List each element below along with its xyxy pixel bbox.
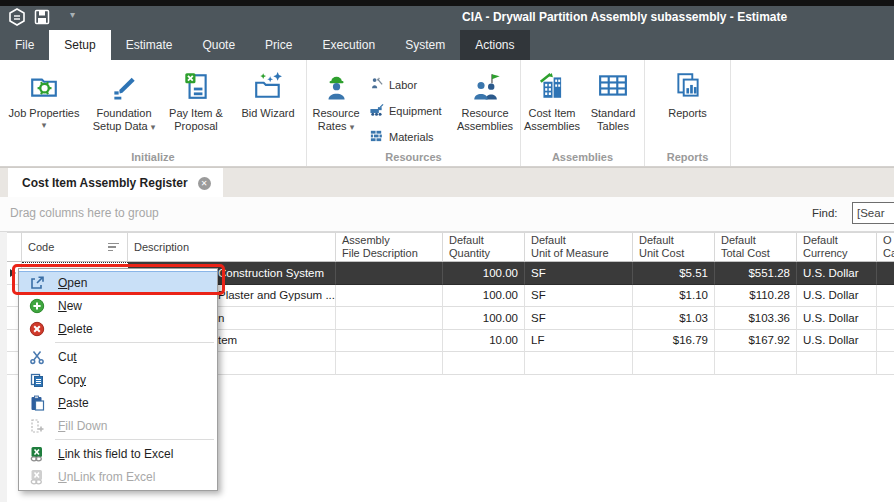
find-label: Find: <box>812 207 838 219</box>
tab-execution[interactable]: Execution <box>307 30 390 60</box>
cell-default-unit-of-measure[interactable]: SF <box>525 307 633 330</box>
equipment-label: Equipment <box>389 105 442 117</box>
column-header-default-unit-cost[interactable]: DefaultUnit Cost <box>633 232 715 262</box>
cell-default-unit-cost[interactable] <box>633 352 715 375</box>
quick-access-dropdown-icon[interactable]: ▾ <box>70 9 75 20</box>
column-header-code[interactable]: Code <box>22 232 128 262</box>
menu-item-label: Fill Down <box>58 419 107 433</box>
tab-actions[interactable]: Actions <box>460 30 529 60</box>
ribbon-group-initialize: Job Properties ▾ Foundation Setup Data ▾ <box>0 60 307 166</box>
menu-separator <box>55 439 214 440</box>
cell-default-quantity[interactable]: 100.00 <box>443 307 525 330</box>
foundation-setup-data-button[interactable]: Foundation Setup Data ▾ <box>88 66 160 133</box>
report-chart-icon <box>673 68 703 104</box>
menu-item-new[interactable]: New <box>19 294 217 317</box>
cell-partial[interactable] <box>877 307 894 330</box>
cell-partial[interactable] <box>877 285 894 308</box>
equipment-button[interactable]: Equipment <box>365 98 451 124</box>
resource-rates-button[interactable]: Resource Rates ▾ <box>307 66 365 133</box>
column-header-partial[interactable]: OCa <box>877 232 894 262</box>
equipment-icon <box>369 102 384 121</box>
menu-item-open[interactable]: Open <box>19 271 217 294</box>
cell-default-quantity[interactable]: 100.00 <box>443 262 525 285</box>
reports-button[interactable]: Reports <box>645 66 730 120</box>
find-input[interactable] <box>852 202 894 224</box>
cell-default-unit-cost[interactable]: $5.51 <box>633 262 715 285</box>
bid-wizard-label: Bid Wizard <box>241 107 294 120</box>
column-header-default-unit-of-measure[interactable]: DefaultUnit of Measure <box>525 232 633 262</box>
menu-item-link-to-excel[interactable]: Link this field to Excel <box>19 442 217 465</box>
tab-quote[interactable]: Quote <box>187 30 250 60</box>
cell-default-currency[interactable]: U.S. Dollar <box>797 285 877 308</box>
cell-default-currency[interactable] <box>797 352 877 375</box>
close-icon[interactable]: ✕ <box>198 177 211 190</box>
materials-label: Materials <box>389 131 434 143</box>
cell-assembly-file-description[interactable] <box>336 307 443 330</box>
materials-button[interactable]: Materials <box>365 124 451 150</box>
job-properties-button[interactable]: Job Properties ▾ <box>0 66 88 131</box>
cell-default-currency[interactable]: U.S. Dollar <box>797 262 877 285</box>
cell-default-unit-cost[interactable]: $16.79 <box>633 330 715 353</box>
save-icon[interactable] <box>34 9 50 29</box>
cell-default-unit-cost[interactable]: $1.10 <box>633 285 715 308</box>
menu-item-copy[interactable]: Copy <box>19 368 217 391</box>
cell-default-quantity[interactable]: 100.00 <box>443 285 525 308</box>
menu-item-label: Open <box>58 276 87 290</box>
cost-item-assemblies-button[interactable]: Cost Item Assemblies <box>521 66 583 133</box>
menu-item-paste[interactable]: Paste <box>19 391 217 414</box>
grid-left-gutter <box>0 232 7 502</box>
cell-default-total-cost[interactable]: $110.28 <box>715 285 797 308</box>
column-header-description[interactable]: Description <box>128 232 336 262</box>
tab-estimate[interactable]: Estimate <box>111 30 188 60</box>
cell-default-total-cost[interactable]: $167.92 <box>715 330 797 353</box>
pay-item-proposal-label: Pay Item & Proposal <box>169 107 223 133</box>
menu-item-unlink-from-excel: UnLink from Excel <box>19 465 217 488</box>
standard-tables-button[interactable]: Standard Tables <box>583 66 643 133</box>
cell-default-total-cost[interactable]: $551.28 <box>715 262 797 285</box>
menu-item-delete[interactable]: Delete <box>19 317 217 340</box>
cell-default-currency[interactable]: U.S. Dollar <box>797 330 877 353</box>
labor-button[interactable]: Labor <box>365 72 451 98</box>
cell-default-currency[interactable]: U.S. Dollar <box>797 307 877 330</box>
menu-item-label: Link this field to Excel <box>58 447 173 461</box>
tab-cost-item-assembly-register[interactable]: Cost Item Assembly Register ✕ <box>8 168 223 198</box>
cell-partial[interactable] <box>877 352 894 375</box>
cell-assembly-file-description[interactable] <box>336 262 443 285</box>
cell-default-quantity[interactable] <box>443 352 525 375</box>
column-header-default-total-cost[interactable]: DefaultTotal Cost <box>715 232 797 262</box>
cell-default-unit-of-measure[interactable] <box>525 352 633 375</box>
bid-wizard-button[interactable]: Bid Wizard <box>232 66 304 120</box>
column-header-default-currency[interactable]: DefaultCurrency <box>797 232 877 262</box>
cell-partial[interactable] <box>877 330 894 353</box>
cell-assembly-file-description[interactable] <box>336 352 443 375</box>
cell-default-total-cost[interactable] <box>715 352 797 375</box>
menu-item-label: Delete <box>58 322 93 336</box>
column-header-assembly-file-description[interactable]: AssemblyFile Description <box>336 232 443 262</box>
ribbon-group-assemblies: Cost Item Assemblies Standard Tab <box>521 60 645 166</box>
people-flag-icon <box>470 68 500 104</box>
dropdown-caret-icon: ▾ <box>42 120 47 131</box>
pay-item-proposal-button[interactable]: Pay Item & Proposal <box>160 66 232 133</box>
ribbon-tab-bar: File Setup Estimate Quote Price Executio… <box>0 30 894 60</box>
menu-item-cut[interactable]: Cut <box>19 345 217 368</box>
resource-assemblies-button[interactable]: Resource Assemblies <box>451 66 519 133</box>
tab-price[interactable]: Price <box>250 30 307 60</box>
cell-default-unit-of-measure[interactable]: SF <box>525 285 633 308</box>
cell-default-unit-of-measure[interactable]: LF <box>525 330 633 353</box>
ribbon-group-reports: Reports Reports <box>645 60 731 166</box>
app-logo-icon[interactable] <box>8 8 26 30</box>
materials-icon <box>369 128 384 147</box>
tab-setup[interactable]: Setup <box>49 30 110 60</box>
column-header-default-quantity[interactable]: DefaultQuantity <box>443 232 525 262</box>
cell-default-total-cost[interactable]: $103.36 <box>715 307 797 330</box>
tab-file[interactable]: File <box>0 30 49 60</box>
cell-default-quantity[interactable]: 10.00 <box>443 330 525 353</box>
cell-assembly-file-description[interactable] <box>336 330 443 353</box>
cell-default-unit-of-measure[interactable]: SF <box>525 262 633 285</box>
tab-system[interactable]: System <box>390 30 460 60</box>
cell-assembly-file-description[interactable] <box>336 285 443 308</box>
building-icon <box>537 68 567 104</box>
labor-icon <box>369 76 384 95</box>
cell-default-unit-cost[interactable]: $1.03 <box>633 307 715 330</box>
cell-partial[interactable] <box>877 262 894 285</box>
